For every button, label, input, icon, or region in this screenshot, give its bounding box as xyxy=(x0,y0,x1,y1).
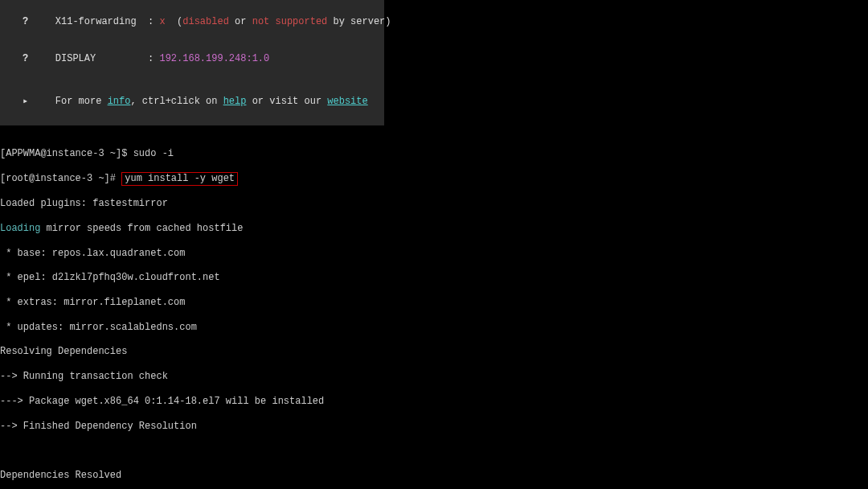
display-label: DISPLAY xyxy=(55,53,96,64)
yum-install-highlight: yum install -y wget xyxy=(121,172,238,185)
ssh-info-box: ?X11-forwarding : x (disabled or not sup… xyxy=(0,0,384,125)
output-line: * epel: d2lzkl7pfhq30w.cloudfront.net xyxy=(0,272,868,284)
output-line: Resolving Dependencies xyxy=(0,346,868,358)
prompt-line: [root@instance-3 ~]# yum install -y wget xyxy=(0,172,868,185)
loading-word: Loading xyxy=(0,223,40,234)
help-link[interactable]: help xyxy=(223,96,247,107)
output-line: Loaded plugins: fastestmirror xyxy=(0,198,868,210)
output-line: Loading mirror speeds from cached hostfi… xyxy=(0,223,868,235)
paren-open: ( xyxy=(166,16,183,27)
output-line: --> Finished Dependency Resolution xyxy=(0,421,868,433)
output-line: ---> Package wget.x86_64 0:1.14-18.el7 w… xyxy=(0,396,868,408)
root-prompt: [root@instance-3 ~]# xyxy=(0,173,121,184)
more-mid: , ctrl+click on xyxy=(130,96,223,107)
x11-row: ?X11-forwarding : x (disabled or not sup… xyxy=(0,3,384,41)
sudo-cmd: sudo -i xyxy=(133,148,174,159)
display-value: 192.168.199.248:1.0 xyxy=(159,53,269,64)
website-link[interactable]: website xyxy=(327,96,367,107)
loading-rest: mirror speeds from cached hostfile xyxy=(40,223,243,234)
display-row: ?DISPLAY : 192.168.199.248:1.0 xyxy=(0,41,384,79)
more-info-row: ▸For more info, ctrl+click on help or vi… xyxy=(0,84,384,121)
terminal-output[interactable]: [APPWMA@instance-3 ~]$ sudo -i [root@ins… xyxy=(0,135,868,489)
colon: : xyxy=(148,16,154,27)
output-line: * base: repos.lax.quadranet.com xyxy=(0,248,868,260)
more-or: or visit our xyxy=(246,96,327,107)
question-icon: ? xyxy=(23,16,28,29)
output-line: * extras: mirror.fileplanet.com xyxy=(0,297,868,309)
x11-label: X11-forwarding xyxy=(55,16,137,27)
output-line: --> Running transaction check xyxy=(0,371,868,383)
triangle-icon: ▸ xyxy=(23,96,28,109)
question-icon: ? xyxy=(23,53,28,66)
user-prompt: [APPWMA@instance-3 ~]$ xyxy=(0,148,133,159)
prompt-line: [APPWMA@instance-3 ~]$ sudo -i xyxy=(0,148,868,160)
more-prefix: For more xyxy=(55,96,108,107)
output-line: * updates: mirror.scalabledns.com xyxy=(0,322,868,334)
x11-disabled: disabled xyxy=(182,16,229,27)
x11-by: by server) xyxy=(327,16,391,27)
output-line: Dependencies Resolved xyxy=(0,470,868,482)
x11-or: or xyxy=(229,16,252,27)
x-icon: x xyxy=(159,16,165,27)
blank-line xyxy=(0,445,868,457)
info-link[interactable]: info xyxy=(108,96,131,107)
colon: : xyxy=(148,53,154,64)
x11-notsupported: not supported xyxy=(252,16,328,27)
